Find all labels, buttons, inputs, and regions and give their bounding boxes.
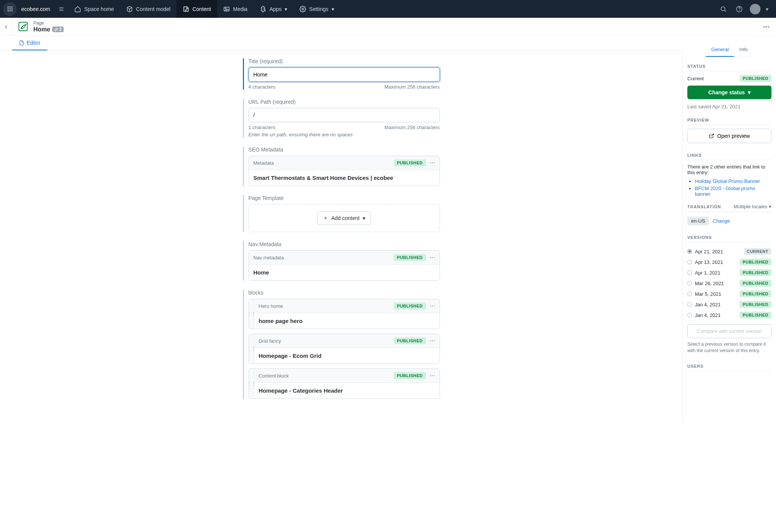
sidebar-toggle-icon[interactable] [57, 5, 66, 14]
svg-point-6 [721, 7, 725, 11]
status-current-label: Current [687, 76, 704, 81]
title-input[interactable] [249, 67, 440, 82]
ref-title: Smart Thermostats & Smart Home Devices |… [249, 170, 440, 186]
radio-icon[interactable] [687, 281, 692, 286]
ref-more-icon[interactable]: ⋯ [430, 373, 435, 379]
change-status-button[interactable]: Change status ▾ [687, 86, 771, 99]
svg-point-12 [765, 26, 767, 27]
field-page-template: Page Template ＋ Add content ▾ [243, 195, 440, 232]
top-navigation: Space home Content model Content Media A… [68, 0, 340, 18]
version-date: Jan 4, 2021 [695, 312, 721, 318]
nav-label: Space home [84, 6, 114, 12]
field-label: SEO Metadata [249, 147, 440, 153]
apps-menu-icon[interactable] [3, 2, 17, 16]
svg-point-9 [739, 10, 740, 11]
avatar[interactable] [750, 4, 760, 14]
version-row[interactable]: Mar 26, 2021 PUBLISHED [687, 278, 771, 289]
version-row[interactable]: Mar 5, 2021 PUBLISHED [687, 289, 771, 299]
sidebar-tab-general[interactable]: General [706, 43, 734, 57]
version-row[interactable]: Apr 21, 2021 CURRENT [687, 246, 771, 257]
version-row[interactable]: Jan 4, 2021 PUBLISHED [687, 299, 771, 310]
nav-space-home[interactable]: Space home [68, 0, 120, 18]
tab-editor[interactable]: Editor [12, 36, 47, 50]
back-button[interactable] [0, 18, 12, 36]
nav-content-model[interactable]: Content model [120, 0, 177, 18]
version-row[interactable]: Apr 13, 2021 PUBLISHED [687, 257, 771, 267]
url-input[interactable] [249, 108, 440, 122]
field-label: blocks [249, 290, 440, 296]
field-help: Enter the url path, ensuring there are n… [249, 132, 440, 137]
search-icon[interactable] [718, 4, 729, 14]
ref-more-icon[interactable]: ⋯ [430, 303, 435, 309]
compare-versions-button[interactable]: Compare with current version [687, 324, 771, 338]
nav-media[interactable]: Media [217, 0, 253, 18]
link-count-badge: 2 [52, 27, 63, 32]
main-layout: Editor Title (required) 4 characters Max… [0, 36, 776, 423]
link-item[interactable]: BFCM 2020 - Global promo banner [695, 186, 755, 197]
entry-more-button[interactable] [759, 20, 773, 34]
drag-handle-icon[interactable]: ⋮⋮ [249, 369, 254, 398]
radio-icon[interactable] [687, 292, 692, 296]
radio-icon[interactable] [687, 313, 692, 317]
radio-icon[interactable] [687, 249, 692, 254]
block-item[interactable]: ⋮⋮ Grid fancy PUBLISHED ⋯ Homepage - Eco… [249, 334, 440, 364]
ref-type: Grid fancy [259, 338, 281, 344]
editor-tabs: Editor [0, 36, 683, 51]
reference-card[interactable]: Metadata PUBLISHED ⋯ Smart Thermostats &… [249, 156, 440, 186]
svg-line-7 [724, 10, 726, 11]
add-content-button[interactable]: ＋ Add content ▾ [317, 211, 371, 225]
ref-more-icon[interactable]: ⋯ [430, 160, 435, 166]
plus-icon: ＋ [323, 215, 328, 222]
status-badge: PUBLISHED [740, 75, 771, 82]
radio-icon[interactable] [687, 260, 692, 264]
ref-type: Content block [259, 373, 289, 379]
svg-point-4 [225, 8, 226, 9]
field-nav-metadata: Nav Metadata Nav metadata PUBLISHED ⋯ Ho… [243, 241, 440, 281]
chevron-down-icon: ▾ [769, 204, 771, 209]
change-locale-link[interactable]: Change [713, 218, 730, 224]
tab-label: Editor [27, 40, 41, 46]
ref-title: Home [249, 265, 440, 280]
version-date: Apr 21, 2021 [695, 249, 723, 254]
nav-content[interactable]: Content [177, 0, 217, 18]
ref-more-icon[interactable]: ⋯ [430, 254, 435, 261]
radio-icon[interactable] [687, 270, 692, 275]
status-badge: PUBLISHED [394, 254, 426, 261]
drag-handle-icon[interactable]: ⋮⋮ [249, 334, 254, 364]
svg-point-5 [302, 8, 304, 10]
ref-type: Nav metadata [253, 255, 284, 261]
block-item[interactable]: ⋮⋮ Content block PUBLISHED ⋯ Homepage - … [249, 368, 440, 399]
field-label: Nav Metadata [249, 241, 440, 247]
version-row[interactable]: Apr 1, 2021 PUBLISHED [687, 267, 771, 278]
ref-more-icon[interactable]: ⋯ [430, 338, 435, 344]
entry-type-label: Page [33, 20, 64, 26]
entry-title: Home 2 [33, 26, 64, 33]
open-preview-button[interactable]: Open preview [687, 129, 771, 143]
locale-pill: en-US [687, 217, 709, 225]
version-row[interactable]: Jan 4, 2021 PUBLISHED [687, 310, 771, 320]
version-badge: PUBLISHED [740, 312, 771, 318]
status-badge: PUBLISHED [394, 159, 426, 166]
version-date: Mar 26, 2021 [695, 281, 724, 286]
entry-header: Page Home 2 [0, 18, 776, 36]
block-item[interactable]: ⋮⋮ Hero home PUBLISHED ⋯ home page hero [249, 299, 440, 329]
chevron-down-icon: ▾ [748, 89, 751, 95]
field-label: Page Template [249, 195, 440, 201]
ref-title: Homepage - Ecom Grid [254, 348, 440, 364]
radio-icon[interactable] [687, 302, 692, 307]
sidebar-tab-info[interactable]: Info [734, 43, 753, 57]
version-badge: PUBLISHED [740, 290, 771, 297]
help-icon[interactable] [734, 4, 745, 14]
version-date: Apr 1, 2021 [695, 270, 720, 276]
field-label: URL Path (required) [249, 99, 440, 105]
link-item[interactable]: Holiday Global Promo Banner [695, 178, 760, 184]
version-badge: PUBLISHED [740, 280, 771, 287]
nav-apps[interactable]: Apps ▾ [253, 0, 293, 18]
translation-mode[interactable]: Multiple locales ▾ [734, 204, 771, 209]
nav-settings[interactable]: Settings ▾ [293, 0, 340, 18]
reference-card[interactable]: Nav metadata PUBLISHED ⋯ Home [249, 250, 440, 281]
chevron-down-icon[interactable]: ▾ [766, 6, 768, 12]
version-badge: PUBLISHED [740, 301, 771, 308]
field-title: Title (required) 4 characters Maximum 25… [243, 58, 440, 90]
drag-handle-icon[interactable]: ⋮⋮ [249, 299, 254, 329]
